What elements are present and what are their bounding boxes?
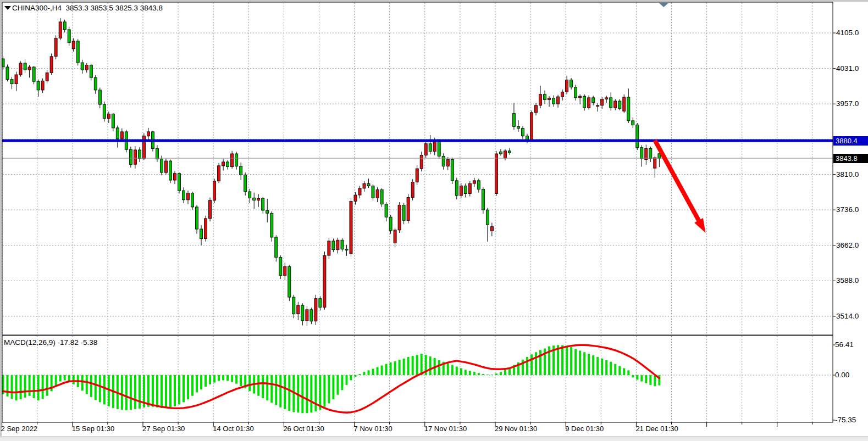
macd-histogram-bar <box>328 375 330 403</box>
macd-histogram-bar <box>29 375 31 396</box>
candle-body <box>178 174 181 191</box>
candle-body <box>455 181 458 196</box>
candle-body <box>266 210 269 213</box>
candle-body <box>588 98 590 108</box>
candle-body <box>358 188 361 195</box>
candle-body <box>90 65 92 78</box>
time-axis-label: 2 Sep 2022 <box>1 425 38 433</box>
candle-body <box>288 266 291 297</box>
macd-histogram-bar <box>266 375 268 400</box>
macd-histogram-bar <box>147 375 150 407</box>
symbol-dropdown-triangle-icon[interactable] <box>4 6 11 10</box>
macd-histogram-bar <box>218 375 220 381</box>
candle-body <box>262 198 264 210</box>
candle-body <box>332 241 335 250</box>
macd-histogram-bar <box>323 375 325 407</box>
candle-body <box>103 104 106 118</box>
candle-body <box>231 154 234 167</box>
time-axis-label: 29 Nov 01:30 <box>495 425 537 433</box>
hline-price-badge: 3880.4 <box>833 136 868 146</box>
macd-histogram-bar <box>465 370 467 375</box>
candle-body <box>138 150 141 159</box>
macd-histogram-bar <box>636 375 638 379</box>
macd-histogram-bar <box>421 354 423 375</box>
candle-body <box>592 98 595 103</box>
horizontal-line-3880[interactable] <box>2 139 833 142</box>
trend-arrow-shaft[interactable] <box>655 141 700 224</box>
candle-body <box>438 142 440 156</box>
macd-histogram-bar <box>605 360 607 375</box>
macd-histogram-bar <box>618 366 621 375</box>
macd-histogram-bar <box>486 375 489 375</box>
candle-body <box>645 148 648 159</box>
macd-histogram-bar <box>231 375 233 382</box>
candle-body <box>68 30 70 43</box>
candle-body <box>297 305 300 314</box>
candle-body <box>134 150 136 164</box>
macd-histogram-bar <box>561 345 563 375</box>
candle-body <box>522 129 524 136</box>
candle-body <box>539 94 542 105</box>
candle-body <box>490 227 493 231</box>
time-axis-label: 26 Oct 01:30 <box>283 425 324 433</box>
macd-histogram-bar <box>81 375 84 390</box>
macd-histogram-bar <box>42 375 44 399</box>
macd-histogram-bar <box>407 357 410 375</box>
price-axis-label: 3736.0 <box>836 205 859 214</box>
candle-body <box>341 240 344 249</box>
macd-histogram-bar <box>226 375 229 381</box>
candle-body <box>76 41 79 63</box>
candle-body <box>601 99 604 105</box>
candle-body <box>46 73 48 81</box>
macd-histogram-bar <box>504 370 506 375</box>
macd-histogram-bar <box>583 352 585 375</box>
macd-histogram-bar <box>240 375 242 386</box>
candle-body <box>420 155 423 169</box>
trend-arrow-head[interactable] <box>694 218 705 233</box>
candle-body <box>275 237 278 258</box>
candle-body <box>632 121 634 125</box>
candle-body <box>323 255 326 307</box>
candle-body <box>394 230 396 243</box>
macd-histogram-bar <box>341 375 343 390</box>
candle-body <box>328 241 330 255</box>
macd-histogram-bar <box>539 350 541 375</box>
candle-body <box>468 183 471 193</box>
candle-body <box>574 87 577 98</box>
macd-histogram-bar <box>99 375 101 402</box>
macd-histogram-bar <box>169 375 172 407</box>
time-axis-label: 15 Sep 01:30 <box>72 425 114 433</box>
candle-body <box>213 181 216 200</box>
macd-histogram-bar <box>310 375 312 412</box>
chart-canvas[interactable] <box>0 0 868 441</box>
macd-histogram-bar <box>121 375 123 410</box>
candle-body <box>610 98 612 108</box>
macd-histogram-bar <box>95 375 97 400</box>
macd-histogram-bar <box>412 356 414 375</box>
macd-histogram-bar <box>178 375 180 405</box>
candle-body <box>240 166 242 175</box>
candle-body <box>460 186 462 196</box>
price-axis-label: 3514.0 <box>836 312 859 320</box>
candle-body <box>654 158 656 168</box>
symbol-timeframe-label: CHINA300-,H4 <box>12 4 62 12</box>
candle-body <box>596 105 599 107</box>
candle-body <box>81 63 84 70</box>
status-strip <box>0 436 868 441</box>
macd-histogram-bar <box>301 375 303 413</box>
candle-body <box>129 149 132 164</box>
candle-body <box>433 142 436 152</box>
candle-body <box>116 128 119 139</box>
candle-body <box>376 190 379 198</box>
candle-body <box>85 65 88 70</box>
macd-histogram-bar <box>130 375 132 410</box>
candle-body <box>301 305 304 321</box>
macd-indicator-label: MACD(12,26,9) -17.82 -5.38 <box>4 338 97 347</box>
candle-body <box>15 75 18 84</box>
candle-body <box>583 96 586 108</box>
ohlc-values-label <box>62 4 66 12</box>
macd-histogram-bar <box>279 375 281 407</box>
candle-body <box>504 151 506 158</box>
candle-body <box>398 205 401 230</box>
candle-body <box>257 198 260 200</box>
